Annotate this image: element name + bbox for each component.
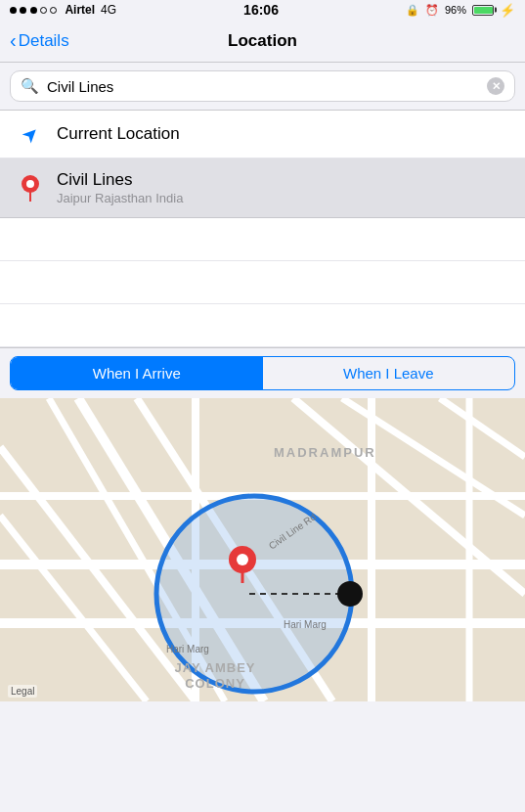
segment-control-wrap: When I Arrive When I Leave — [0, 347, 525, 398]
civil-lines-text: Civil Lines Jaipur Rajasthan India — [57, 170, 183, 205]
legal-label: Legal — [8, 685, 37, 698]
status-bar: Airtel 4G 16:06 🔒 ⏰ 96% ⚡ — [0, 0, 525, 20]
current-location-title: Current Location — [57, 124, 180, 144]
charging-icon: ⚡ — [500, 3, 515, 18]
list-item-civil-lines[interactable]: Civil Lines Jaipur Rajasthan India — [0, 158, 525, 217]
map-svg: Civil Line Rd Hari Marg Hari Marg MADRAM… — [0, 398, 525, 701]
svg-point-1 — [26, 180, 34, 188]
svg-text:COLONY: COLONY — [185, 676, 245, 691]
signal-dots — [10, 3, 57, 17]
lock-icon: 🔒 — [406, 4, 419, 17]
carrier-label: Airtel — [65, 3, 95, 17]
back-label: Details — [19, 31, 69, 51]
segment-arrive-button[interactable]: When I Arrive — [11, 357, 263, 389]
battery-percent: 96% — [445, 4, 466, 16]
battery-indicator — [472, 5, 494, 16]
search-bar[interactable]: 🔍 Civil Lines — [10, 70, 515, 102]
list-item-current-location[interactable]: ➤ Current Location — [0, 111, 525, 158]
page-title: Location — [228, 31, 297, 51]
back-arrow-icon: ‹ — [10, 29, 17, 52]
current-location-text: Current Location — [57, 124, 180, 144]
segment-leave-button[interactable]: When I Leave — [263, 357, 515, 389]
search-clear-button[interactable] — [487, 77, 504, 95]
status-left: Airtel 4G — [10, 3, 116, 17]
alarm-icon: ⏰ — [425, 4, 439, 17]
network-label: 4G — [101, 3, 116, 17]
blank-row-2 — [0, 261, 525, 304]
svg-text:MADRAMPUR: MADRAMPUR — [274, 445, 376, 460]
arrow-icon: ➤ — [16, 122, 45, 146]
blank-row-1 — [0, 218, 525, 261]
search-input[interactable]: Civil Lines — [47, 78, 487, 95]
search-icon: 🔍 — [21, 77, 39, 95]
svg-text:Hari Marg: Hari Marg — [166, 644, 209, 654]
status-right: 🔒 ⏰ 96% ⚡ — [406, 3, 515, 18]
nav-bar: ‹ Details Location — [0, 20, 525, 63]
search-container: 🔍 Civil Lines — [0, 63, 525, 110]
civil-lines-subtitle: Jaipur Rajasthan India — [57, 191, 183, 205]
map-area: Civil Line Rd Hari Marg Hari Marg MADRAM… — [0, 398, 525, 701]
location-list: ➤ Current Location Civil Lines Jaipur Ra… — [0, 110, 525, 218]
time-display: 16:06 — [243, 2, 279, 18]
svg-text:Hari Marg: Hari Marg — [284, 619, 327, 630]
blank-row-3 — [0, 304, 525, 347]
svg-text:JAY AMBEY: JAY AMBEY — [175, 660, 256, 675]
civil-lines-title: Civil Lines — [57, 170, 183, 190]
pin-icon — [16, 174, 45, 202]
segment-control: When I Arrive When I Leave — [10, 356, 515, 390]
svg-point-22 — [237, 554, 248, 565]
back-button[interactable]: ‹ Details — [10, 29, 69, 52]
svg-point-20 — [337, 581, 363, 607]
blank-rows — [0, 218, 525, 347]
